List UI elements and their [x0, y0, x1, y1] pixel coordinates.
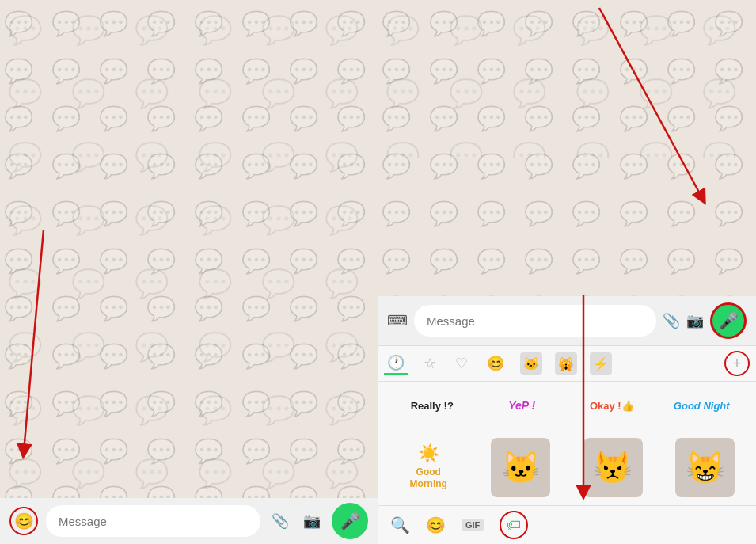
sun-icon: ☀️: [418, 443, 439, 464]
sticker-cat-2[interactable]: 😾: [572, 436, 655, 499]
good-morning-text: GoodMorning: [410, 466, 447, 491]
tab-heart[interactable]: ♡: [452, 353, 471, 374]
message-input-left[interactable]: [46, 505, 260, 537]
sticker-bottom-bar: 🔍 😊 GIF 🏷: [378, 505, 756, 544]
sticker-tabs: 🕐 ☆ ♡ 😊 🐱 🙀 ⚡ +: [378, 346, 756, 382]
mic-button-right[interactable]: 🎤: [710, 302, 747, 339]
sticker-yep[interactable]: YeP !: [477, 399, 568, 412]
tab-pikachu[interactable]: ⚡: [590, 352, 612, 375]
mic-icon-right: 🎤: [719, 311, 739, 330]
sticker-button[interactable]: 🏷: [500, 511, 528, 539]
search-icon-sticker[interactable]: 🔍: [390, 515, 410, 534]
tab-cat2[interactable]: 🙀: [555, 352, 577, 375]
tab-cat1[interactable]: 🐱: [520, 352, 542, 375]
cat-image-1: 🐱: [491, 438, 550, 497]
camera-button-left[interactable]: 📷: [300, 509, 324, 533]
cat-image-2: 😾: [583, 438, 643, 497]
tab-recent[interactable]: 🕐: [384, 352, 408, 375]
mic-button-left[interactable]: 🎤: [332, 503, 368, 539]
text-sticker-row: Really !? YeP ! Okay !👍 Good Night: [378, 382, 756, 429]
right-input-row: ⌨ 📎 📷 🎤: [387, 302, 747, 339]
svg-rect-1: [0, 0, 378, 498]
gif-button[interactable]: GIF: [462, 519, 484, 531]
right-panel: 💬 ⌨ 📎 📷 🎤: [378, 0, 756, 544]
emoji-icon-sticker[interactable]: 😊: [426, 515, 446, 534]
left-chat-background: 💬: [0, 0, 378, 498]
sticker-good-night[interactable]: Good Night: [657, 400, 747, 412]
sticker-okay[interactable]: Okay !👍: [567, 400, 657, 412]
mic-icon-left: 🎤: [340, 512, 360, 531]
right-input-area: ⌨ 📎 📷 🎤: [378, 296, 756, 345]
sticker-good-morning[interactable]: ☀️ GoodMorning: [387, 436, 470, 499]
message-input-right[interactable]: [414, 305, 656, 337]
left-panel: 💬 😊 📎 📷 🎤: [0, 0, 378, 544]
tab-emoji[interactable]: 😊: [484, 353, 507, 374]
sticker-really[interactable]: Really !?: [387, 400, 477, 412]
left-bottom-bar: 😊 📎 📷 🎤: [0, 498, 378, 544]
sticker-icon: 🏷: [507, 517, 521, 534]
right-chat-background: 💬: [378, 0, 756, 296]
sticker-add-button[interactable]: +: [724, 351, 750, 376]
sticker-panel: 🕐 ☆ ♡ 😊 🐱 🙀 ⚡ + Really !? YeP ! Okay !👍: [378, 345, 756, 544]
svg-rect-4: [378, 0, 756, 158]
keyboard-button[interactable]: ⌨: [387, 312, 408, 329]
camera-button-right[interactable]: 📷: [686, 312, 704, 329]
emoji-button-left[interactable]: 😊: [9, 507, 38, 535]
sticker-cat-3[interactable]: 😸: [664, 436, 747, 499]
cat-image-3: 😸: [675, 438, 735, 497]
image-sticker-row: ☀️ GoodMorning 🐱 😾 😸: [378, 429, 756, 505]
attachment-button-right[interactable]: 📎: [663, 312, 680, 329]
emoji-icon-left: 😊: [14, 512, 34, 531]
attachment-button-left[interactable]: 📎: [268, 509, 292, 533]
plus-icon: +: [733, 356, 742, 372]
tab-starred[interactable]: ☆: [420, 353, 439, 374]
sticker-cat-1[interactable]: 🐱: [480, 436, 563, 499]
